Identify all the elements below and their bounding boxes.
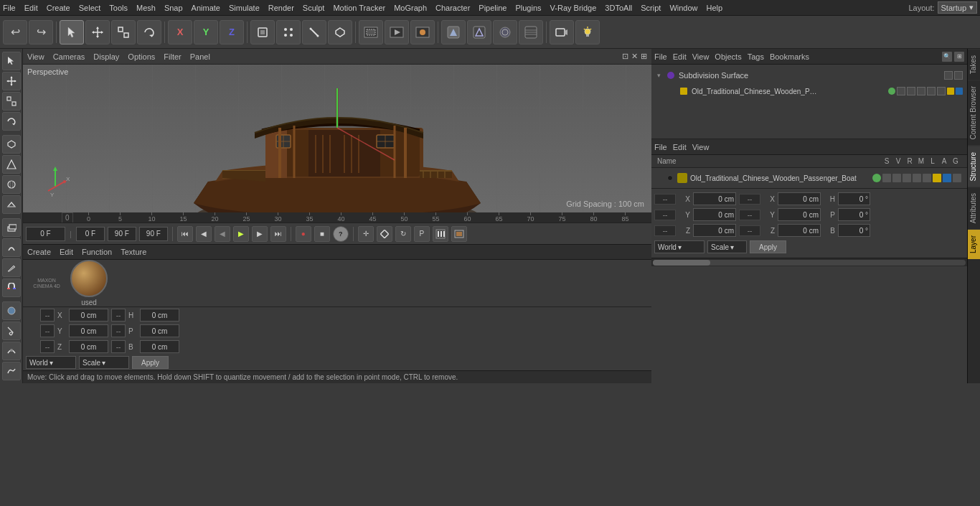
mat-menu-function[interactable]: Function [82,248,112,256]
go-to-start-button[interactable]: ⏮ [177,226,193,242]
viewport-3d[interactable]: Perspective [23,65,651,212]
vp-menu-display[interactable]: Display [93,52,119,61]
current-frame-input[interactable] [26,227,65,241]
record-help-button[interactable]: ? [333,226,349,242]
x-position-input[interactable] [69,309,108,322]
tool-paint[interactable] [2,301,21,320]
mesh-vis-5[interactable] [937,87,946,95]
menu-create[interactable]: Create [47,4,70,12]
undo-button[interactable]: ↩ [3,20,27,44]
edge-mode-button[interactable] [302,20,326,44]
tool-plane[interactable] [2,195,21,214]
record-stop-button[interactable]: ■ [314,226,330,242]
tab-takes[interactable]: Takes [968,49,981,80]
go-to-end-button[interactable]: ⏭ [270,226,286,242]
tool-move[interactable] [2,72,21,90]
axis-x-button[interactable]: X [168,20,192,44]
render-active-button[interactable] [410,20,435,44]
step-forward-button[interactable]: ▶ [252,226,268,242]
attr-p-input[interactable] [838,208,870,221]
end-frame-input[interactable] [108,227,136,241]
vp-menu-options[interactable]: Options [128,52,155,61]
attr-y2-input[interactable] [778,208,821,221]
obj-menu-bookmarks[interactable]: Bookmarks [770,52,809,61]
tool-smooth[interactable] [2,362,21,380]
preview-button[interactable]: P [414,226,430,242]
tab-structure[interactable]: Structure [968,146,981,187]
menu-snap[interactable]: Snap [164,4,183,12]
render-region-button[interactable] [359,20,383,44]
attr-x-pos-input[interactable] [693,192,736,205]
vp-grid-icon[interactable]: ⊞ [641,52,647,61]
select-mode-button[interactable] [60,20,84,44]
scale-dropdown[interactable]: Scale ▾ [79,356,129,369]
attr-z2-input[interactable] [778,224,821,237]
vis-icon-2[interactable] [954,71,963,80]
mesh-tag-blue[interactable] [956,88,963,95]
attr-z-pos-input[interactable] [693,224,736,237]
mat-menu-create[interactable]: Create [27,248,51,256]
fps-button[interactable] [433,226,448,242]
camera-button[interactable] [550,20,574,44]
obj-row-subdivision[interactable]: ▾ Subdivision Surface [654,67,964,83]
step-back-button[interactable]: ◀ [196,226,212,242]
menu-help[interactable]: Help [707,4,723,12]
keyframe-button[interactable] [377,226,392,242]
vp-menu-filter[interactable]: Filter [164,52,181,61]
mesh-vis-2[interactable] [907,87,915,95]
menu-vray[interactable]: V-Ray Bridge [550,4,597,12]
attr-menu-file[interactable]: File [654,143,667,151]
obj-filter-icon[interactable]: ⊞ [954,52,964,62]
attr-icon-6[interactable] [953,174,961,182]
vp-lock-icon[interactable]: ✕ [631,52,638,61]
play-button[interactable]: ▶ [233,226,249,242]
obj-menu-view[interactable]: View [692,52,710,61]
attr-scale-dropdown[interactable]: Scale ▾ [707,240,747,253]
menu-simulate[interactable]: Simulate [229,4,260,12]
tool-bend[interactable] [2,238,21,257]
obj-menu-tags[interactable]: Tags [748,52,764,61]
move-playback-button[interactable]: ✛ [358,226,374,242]
tool-selection[interactable] [2,52,21,70]
mesh-vis-4[interactable] [927,87,936,95]
attr-icon-5[interactable] [923,174,931,182]
start-frame-input[interactable] [76,227,105,241]
vp-maximize-icon[interactable]: ⊡ [622,52,628,61]
y-position-input[interactable] [69,324,108,337]
attr-menu-edit[interactable]: Edit [673,143,687,151]
menu-script[interactable]: Script [641,4,661,12]
isoline-button[interactable] [519,20,543,44]
obj-menu-edit[interactable]: Edit [673,52,687,61]
normals-button[interactable] [493,20,517,44]
p-rotation-input[interactable] [140,324,179,337]
menu-plugins[interactable]: Plugins [515,4,541,12]
tool-sphere[interactable] [2,175,21,194]
polygon-mode-button[interactable] [328,20,352,44]
light-button[interactable] [575,20,600,44]
axis-z-button[interactable]: Z [220,20,244,44]
tool-rotate[interactable] [2,112,21,131]
obj-row-mesh[interactable]: Old_Traditional_Chinese_Wooden_Passenger… [654,83,964,99]
obj-menu-file[interactable]: File [654,52,667,61]
attr-icon-2[interactable] [892,174,901,182]
object-mode-button[interactable] [250,20,275,44]
bottom-scrollbar[interactable] [651,258,967,266]
attr-x2-input[interactable] [778,192,821,205]
menu-select[interactable]: Select [79,4,101,12]
menu-edit[interactable]: Edit [24,4,38,12]
record-button[interactable]: ● [296,226,311,242]
tool-brush[interactable] [2,322,21,340]
attr-world-dropdown[interactable]: World ▾ [654,240,705,253]
tab-layer[interactable]: Layer [968,229,981,259]
mat-menu-edit[interactable]: Edit [60,248,73,256]
tool-box[interactable] [2,135,21,154]
menu-character[interactable]: Character [435,4,470,12]
tool-cone[interactable] [2,155,21,174]
world-dropdown[interactable]: World ▾ [26,356,76,369]
attr-tag-blue[interactable] [943,174,951,182]
mesh-vis-1[interactable] [897,87,905,95]
vp-menu-cameras[interactable]: Cameras [53,52,85,61]
tool-extrude[interactable] [2,218,21,237]
timeline-ticks-container[interactable]: 0 5 10 15 20 25 30 35 40 45 50 55 60 65 … [73,212,673,222]
vis-icon-1[interactable] [944,71,953,80]
